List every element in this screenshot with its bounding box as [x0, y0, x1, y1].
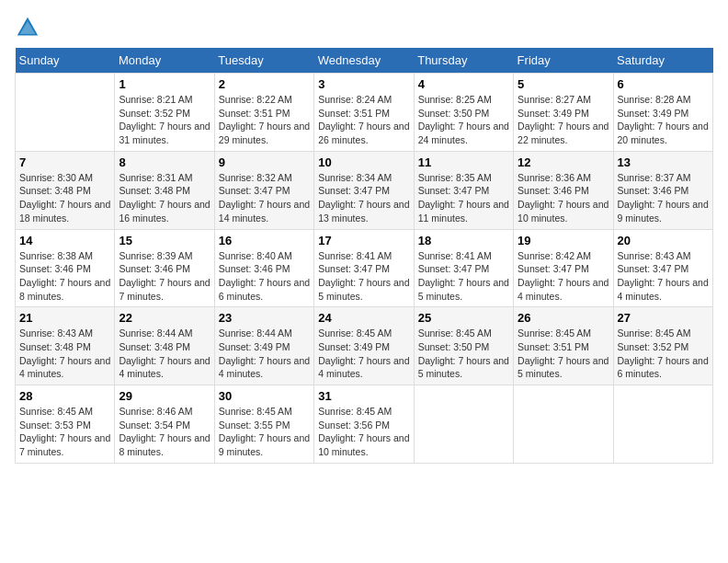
calendar-cell — [514, 385, 613, 464]
day-info: Sunrise: 8:40 AMSunset: 3:46 PMDaylight:… — [219, 249, 310, 304]
day-info: Sunrise: 8:37 AMSunset: 3:46 PMDaylight:… — [618, 171, 709, 225]
day-number: 15 — [119, 234, 210, 247]
day-info: Sunrise: 8:24 AMSunset: 3:51 PMDaylight:… — [318, 93, 409, 147]
calendar-cell: 30Sunrise: 8:45 AMSunset: 3:55 PMDayligh… — [214, 385, 313, 464]
day-info: Sunrise: 8:45 AMSunset: 3:56 PMDaylight:… — [318, 405, 409, 459]
day-number: 6 — [618, 77, 709, 91]
weekday-header-sunday: Sunday — [16, 48, 115, 74]
calendar-cell: 24Sunrise: 8:45 AMSunset: 3:49 PMDayligh… — [314, 307, 414, 385]
day-info: Sunrise: 8:45 AMSunset: 3:55 PMDaylight:… — [219, 405, 310, 459]
calendar-cell: 20Sunrise: 8:43 AMSunset: 3:47 PMDayligh… — [613, 229, 712, 307]
logo-icon — [15, 15, 40, 40]
day-number: 1 — [119, 77, 210, 91]
calendar-cell: 27Sunrise: 8:45 AMSunset: 3:52 PMDayligh… — [613, 307, 712, 385]
calendar-cell: 3Sunrise: 8:24 AMSunset: 3:51 PMDaylight… — [314, 74, 414, 152]
day-number: 30 — [219, 389, 310, 403]
calendar-cell: 18Sunrise: 8:41 AMSunset: 3:47 PMDayligh… — [414, 229, 513, 307]
page-header — [15, 15, 713, 40]
day-info: Sunrise: 8:27 AMSunset: 3:49 PMDaylight:… — [518, 93, 609, 147]
calendar-cell: 7Sunrise: 8:30 AMSunset: 3:48 PMDaylight… — [16, 151, 115, 229]
day-number: 8 — [119, 155, 210, 169]
day-number: 9 — [219, 155, 310, 169]
day-info: Sunrise: 8:38 AMSunset: 3:46 PMDaylight:… — [19, 249, 110, 304]
day-info: Sunrise: 8:39 AMSunset: 3:46 PMDaylight:… — [119, 249, 210, 304]
day-info: Sunrise: 8:44 AMSunset: 3:48 PMDaylight:… — [119, 327, 210, 381]
day-info: Sunrise: 8:32 AMSunset: 3:47 PMDaylight:… — [219, 171, 310, 225]
calendar-cell: 16Sunrise: 8:40 AMSunset: 3:46 PMDayligh… — [214, 229, 313, 307]
weekday-header-thursday: Thursday — [414, 48, 513, 74]
day-info: Sunrise: 8:34 AMSunset: 3:47 PMDaylight:… — [318, 171, 409, 225]
calendar-cell: 8Sunrise: 8:31 AMSunset: 3:48 PMDaylight… — [115, 151, 214, 229]
day-number: 3 — [318, 77, 409, 91]
weekday-header-friday: Friday — [514, 48, 613, 74]
calendar-cell — [16, 74, 115, 152]
day-number: 4 — [418, 77, 509, 91]
day-number: 13 — [618, 155, 709, 169]
weekday-header-monday: Monday — [115, 48, 214, 74]
day-number: 28 — [19, 389, 110, 403]
day-info: Sunrise: 8:21 AMSunset: 3:52 PMDaylight:… — [119, 93, 210, 147]
day-info: Sunrise: 8:42 AMSunset: 3:47 PMDaylight:… — [518, 249, 609, 304]
day-number: 12 — [518, 155, 609, 169]
calendar-cell: 14Sunrise: 8:38 AMSunset: 3:46 PMDayligh… — [16, 229, 115, 307]
calendar-cell: 28Sunrise: 8:45 AMSunset: 3:53 PMDayligh… — [16, 385, 115, 464]
week-row-4: 21Sunrise: 8:43 AMSunset: 3:48 PMDayligh… — [16, 307, 713, 385]
calendar-cell: 13Sunrise: 8:37 AMSunset: 3:46 PMDayligh… — [613, 151, 712, 229]
day-info: Sunrise: 8:22 AMSunset: 3:51 PMDaylight:… — [219, 93, 310, 147]
calendar-cell: 10Sunrise: 8:34 AMSunset: 3:47 PMDayligh… — [314, 151, 414, 229]
calendar-cell: 6Sunrise: 8:28 AMSunset: 3:49 PMDaylight… — [613, 74, 712, 152]
week-row-3: 14Sunrise: 8:38 AMSunset: 3:46 PMDayligh… — [16, 229, 713, 307]
day-number: 18 — [418, 234, 509, 247]
day-number: 25 — [418, 311, 509, 325]
day-info: Sunrise: 8:36 AMSunset: 3:46 PMDaylight:… — [518, 171, 609, 225]
weekday-header-row: SundayMondayTuesdayWednesdayThursdayFrid… — [16, 48, 713, 74]
weekday-header-saturday: Saturday — [613, 48, 712, 74]
day-number: 31 — [318, 389, 409, 403]
day-info: Sunrise: 8:28 AMSunset: 3:49 PMDaylight:… — [618, 93, 709, 147]
day-number: 27 — [618, 311, 709, 325]
day-info: Sunrise: 8:46 AMSunset: 3:54 PMDaylight:… — [119, 405, 210, 459]
day-number: 20 — [618, 234, 709, 247]
day-info: Sunrise: 8:44 AMSunset: 3:49 PMDaylight:… — [219, 327, 310, 381]
day-info: Sunrise: 8:25 AMSunset: 3:50 PMDaylight:… — [418, 93, 509, 147]
day-number: 7 — [19, 155, 110, 169]
calendar-cell: 2Sunrise: 8:22 AMSunset: 3:51 PMDaylight… — [214, 74, 313, 152]
day-info: Sunrise: 8:45 AMSunset: 3:53 PMDaylight:… — [19, 405, 110, 459]
calendar-cell: 29Sunrise: 8:46 AMSunset: 3:54 PMDayligh… — [115, 385, 214, 464]
calendar-cell: 1Sunrise: 8:21 AMSunset: 3:52 PMDaylight… — [115, 74, 214, 152]
day-number: 26 — [518, 311, 609, 325]
weekday-header-wednesday: Wednesday — [314, 48, 414, 74]
day-number: 19 — [518, 234, 609, 247]
day-info: Sunrise: 8:45 AMSunset: 3:49 PMDaylight:… — [318, 327, 409, 381]
day-number: 14 — [19, 234, 110, 247]
calendar-cell: 9Sunrise: 8:32 AMSunset: 3:47 PMDaylight… — [214, 151, 313, 229]
logo — [15, 15, 44, 40]
calendar-cell: 21Sunrise: 8:43 AMSunset: 3:48 PMDayligh… — [16, 307, 115, 385]
day-info: Sunrise: 8:41 AMSunset: 3:47 PMDaylight:… — [418, 249, 509, 304]
calendar-cell: 15Sunrise: 8:39 AMSunset: 3:46 PMDayligh… — [115, 229, 214, 307]
day-number: 29 — [119, 389, 210, 403]
day-info: Sunrise: 8:31 AMSunset: 3:48 PMDaylight:… — [119, 171, 210, 225]
week-row-1: 1Sunrise: 8:21 AMSunset: 3:52 PMDaylight… — [16, 74, 713, 152]
calendar-cell: 17Sunrise: 8:41 AMSunset: 3:47 PMDayligh… — [314, 229, 414, 307]
calendar-cell: 26Sunrise: 8:45 AMSunset: 3:51 PMDayligh… — [514, 307, 613, 385]
day-info: Sunrise: 8:35 AMSunset: 3:47 PMDaylight:… — [418, 171, 509, 225]
day-info: Sunrise: 8:45 AMSunset: 3:52 PMDaylight:… — [618, 327, 709, 381]
calendar-cell: 11Sunrise: 8:35 AMSunset: 3:47 PMDayligh… — [414, 151, 513, 229]
day-number: 22 — [119, 311, 210, 325]
day-number: 11 — [418, 155, 509, 169]
day-info: Sunrise: 8:45 AMSunset: 3:51 PMDaylight:… — [518, 327, 609, 381]
day-info: Sunrise: 8:43 AMSunset: 3:48 PMDaylight:… — [19, 327, 110, 381]
day-number: 5 — [518, 77, 609, 91]
calendar-cell: 23Sunrise: 8:44 AMSunset: 3:49 PMDayligh… — [214, 307, 313, 385]
weekday-header-tuesday: Tuesday — [214, 48, 313, 74]
calendar-cell: 19Sunrise: 8:42 AMSunset: 3:47 PMDayligh… — [514, 229, 613, 307]
calendar-cell: 25Sunrise: 8:45 AMSunset: 3:50 PMDayligh… — [414, 307, 513, 385]
calendar-cell: 31Sunrise: 8:45 AMSunset: 3:56 PMDayligh… — [314, 385, 414, 464]
week-row-2: 7Sunrise: 8:30 AMSunset: 3:48 PMDaylight… — [16, 151, 713, 229]
day-number: 16 — [219, 234, 310, 247]
day-info: Sunrise: 8:41 AMSunset: 3:47 PMDaylight:… — [318, 249, 409, 304]
day-number: 17 — [318, 234, 409, 247]
day-info: Sunrise: 8:30 AMSunset: 3:48 PMDaylight:… — [19, 171, 110, 225]
day-info: Sunrise: 8:45 AMSunset: 3:50 PMDaylight:… — [418, 327, 509, 381]
